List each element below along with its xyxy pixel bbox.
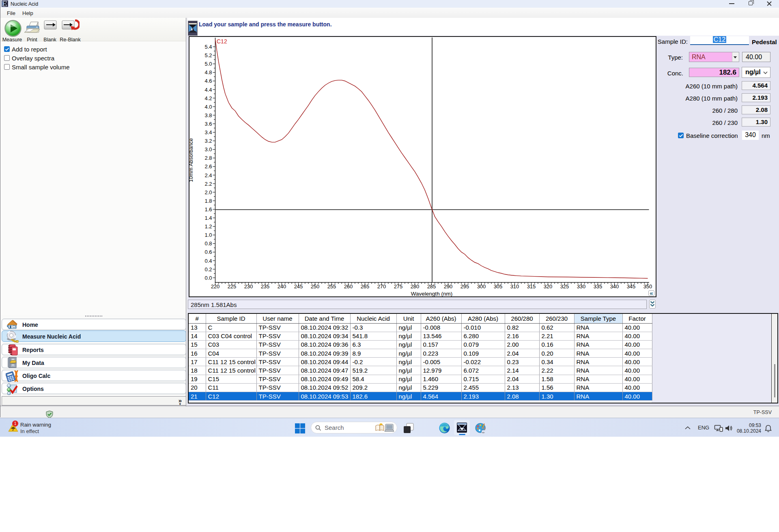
svg-text:335: 335 — [594, 283, 603, 290]
svg-text:320: 320 — [544, 283, 553, 290]
svg-text:330: 330 — [577, 283, 586, 290]
svg-text:10mm Absorbance: 10mm Absorbance — [189, 138, 194, 182]
svg-text:305: 305 — [494, 283, 503, 290]
svg-text:295: 295 — [461, 283, 469, 290]
svg-text:270: 270 — [377, 283, 386, 290]
svg-text:3.8: 3.8 — [204, 112, 212, 118]
svg-text:4.6: 4.6 — [204, 78, 212, 84]
svg-text:3.6: 3.6 — [204, 121, 212, 127]
svg-text:1.2: 1.2 — [204, 223, 212, 230]
svg-text:255: 255 — [327, 283, 336, 290]
svg-text:1.8: 1.8 — [204, 198, 212, 204]
svg-text:0.4: 0.4 — [204, 258, 212, 264]
svg-text:2.8: 2.8 — [204, 155, 212, 161]
svg-text:3.2: 3.2 — [204, 138, 212, 144]
svg-text:285: 285 — [427, 283, 436, 290]
svg-text:235: 235 — [261, 283, 270, 290]
svg-text:2.4: 2.4 — [204, 172, 212, 178]
svg-text:290: 290 — [444, 283, 453, 290]
svg-text:300: 300 — [477, 283, 486, 290]
svg-text:275: 275 — [394, 283, 403, 290]
svg-text:0.8: 0.8 — [204, 240, 212, 247]
svg-text:1.4: 1.4 — [204, 215, 212, 221]
svg-text:5.2: 5.2 — [204, 52, 212, 58]
svg-text:4.0: 4.0 — [204, 104, 212, 110]
svg-text:C12: C12 — [217, 38, 227, 45]
svg-text:4.2: 4.2 — [204, 95, 212, 101]
svg-text:220: 220 — [211, 283, 220, 290]
svg-text:2.0: 2.0 — [204, 189, 212, 195]
svg-text:340: 340 — [610, 283, 619, 290]
svg-text:2.2: 2.2 — [204, 181, 212, 187]
svg-text:265: 265 — [361, 283, 370, 290]
svg-text:1.6: 1.6 — [204, 206, 212, 212]
svg-text:4.4: 4.4 — [204, 87, 212, 93]
svg-text:345: 345 — [627, 283, 636, 290]
svg-text:225: 225 — [228, 283, 237, 290]
svg-text:250: 250 — [311, 283, 320, 290]
svg-text:310: 310 — [510, 283, 519, 290]
svg-text:5.4: 5.4 — [204, 44, 212, 50]
svg-text:1.0: 1.0 — [204, 232, 212, 238]
svg-text:4.8: 4.8 — [204, 69, 212, 75]
svg-text:3.0: 3.0 — [204, 146, 212, 152]
svg-text:325: 325 — [560, 283, 569, 290]
svg-text:260: 260 — [344, 283, 353, 290]
svg-text:3.4: 3.4 — [204, 129, 212, 135]
svg-text:Wavelength (nm): Wavelength (nm) — [411, 291, 452, 297]
svg-text:5.0: 5.0 — [204, 61, 212, 67]
svg-text:245: 245 — [294, 283, 303, 290]
svg-text:280: 280 — [411, 283, 420, 290]
svg-text:240: 240 — [278, 283, 286, 290]
svg-text:315: 315 — [527, 283, 536, 290]
svg-text:0.2: 0.2 — [204, 266, 212, 272]
svg-text:0.0: 0.0 — [204, 275, 212, 281]
svg-text:2.6: 2.6 — [204, 163, 212, 169]
svg-text:230: 230 — [244, 283, 253, 290]
svg-text:350: 350 — [643, 283, 652, 290]
svg-text:0.6: 0.6 — [204, 249, 212, 255]
